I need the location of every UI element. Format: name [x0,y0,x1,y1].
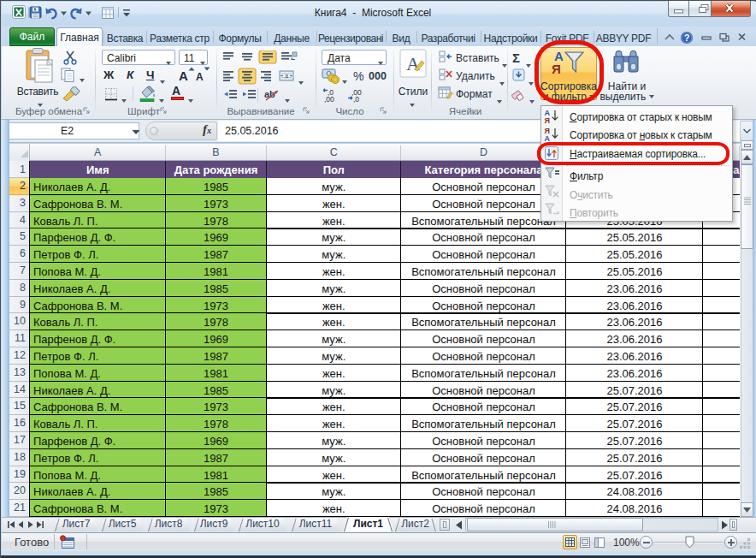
svg-text:A: A [406,53,420,74]
svg-text:,0: ,0 [353,95,359,103]
svg-text:,00: ,00 [324,95,334,103]
svg-text:Я: Я [545,116,550,124]
svg-text:a: a [285,73,288,79]
svg-text:?: ? [684,33,690,43]
svg-text:А: А [545,134,551,142]
